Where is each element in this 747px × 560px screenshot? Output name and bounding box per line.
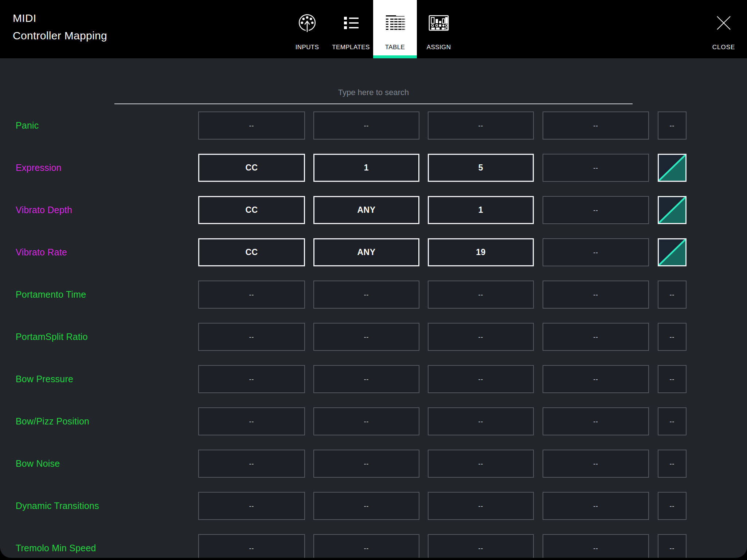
mapping-cell[interactable]: -- <box>313 111 419 140</box>
mapping-cell[interactable]: -- <box>428 365 534 393</box>
mapping-cell[interactable]: -- <box>428 323 534 351</box>
cell-value: CC <box>245 205 258 215</box>
row-label: Vibrato Depth <box>16 196 72 224</box>
cell-value: -- <box>478 418 483 425</box>
row-label: Vibrato Rate <box>16 238 67 266</box>
mapping-cell[interactable]: -- <box>198 281 305 309</box>
cell-value: -- <box>364 460 369 467</box>
mapping-cell[interactable]: -- <box>428 492 534 520</box>
cell-value: -- <box>249 376 254 383</box>
mapping-cell[interactable]: -- <box>658 492 687 520</box>
mapping-cell[interactable]: -- <box>658 407 687 435</box>
tab-assign[interactable]: ASSIGN <box>417 0 461 58</box>
mapping-cell[interactable]: -- <box>658 450 687 478</box>
mapping-cell[interactable]: -- <box>658 111 687 140</box>
mapping-cell[interactable]: -- <box>198 323 305 351</box>
tab-label: TABLE <box>373 44 417 51</box>
mapping-cell[interactable]: -- <box>313 534 419 558</box>
mapping-cell[interactable]: CC <box>198 196 305 224</box>
close-button[interactable]: CLOSE <box>708 0 739 58</box>
mapping-cell[interactable]: CC <box>198 154 305 182</box>
response-curve-cell[interactable] <box>658 154 687 182</box>
mapping-cell[interactable]: -- <box>543 450 649 478</box>
mapping-cell[interactable]: -- <box>198 407 305 435</box>
mapping-cell[interactable]: -- <box>658 534 687 558</box>
header-bar: MIDI Controller Mapping INPUTS <box>0 0 747 58</box>
mapping-cell[interactable]: -- <box>543 365 649 393</box>
mapping-cell[interactable]: -- <box>543 196 649 224</box>
row-label: Panic <box>16 111 39 140</box>
mapping-cell[interactable]: -- <box>543 238 649 266</box>
mapping-cell[interactable]: -- <box>658 281 687 309</box>
mapping-cell[interactable]: 19 <box>428 238 534 266</box>
mapping-cell[interactable]: -- <box>658 365 687 393</box>
cell-value: -- <box>670 291 674 298</box>
response-curve-icon <box>659 239 685 265</box>
mapping-cell[interactable]: -- <box>428 281 534 309</box>
cell-value: -- <box>249 502 254 510</box>
cell-value: -- <box>593 545 598 552</box>
response-curve-cell[interactable] <box>658 196 687 224</box>
cell-value: -- <box>593 376 598 383</box>
cell-value: 1 <box>478 205 483 215</box>
cell-value: -- <box>249 418 254 425</box>
mapping-cell[interactable]: -- <box>313 407 419 435</box>
mapping-cell[interactable]: 1 <box>313 154 419 182</box>
mapping-cell[interactable]: -- <box>543 534 649 558</box>
mapping-cell[interactable]: -- <box>543 154 649 182</box>
mapping-cell[interactable]: -- <box>543 492 649 520</box>
mapping-cell[interactable]: -- <box>313 450 419 478</box>
cell-value: -- <box>364 122 369 129</box>
mapping-cell[interactable]: -- <box>313 492 419 520</box>
tab-inputs[interactable]: INPUTS <box>285 0 329 58</box>
search-input[interactable] <box>114 82 633 104</box>
cell-value: -- <box>364 376 369 383</box>
mapping-cell[interactable]: -- <box>543 323 649 351</box>
mapping-cell[interactable]: -- <box>198 365 305 393</box>
cell-value: -- <box>364 291 369 298</box>
mapping-cell[interactable]: -- <box>543 281 649 309</box>
mapping-cell[interactable]: -- <box>428 450 534 478</box>
mapping-cell[interactable]: -- <box>658 323 687 351</box>
row-label: Bow/Pizz Position <box>16 407 89 435</box>
tab-templates[interactable]: TEMPLATES <box>329 0 373 58</box>
mapping-cell[interactable]: -- <box>198 111 305 140</box>
mapping-cell[interactable]: -- <box>313 281 419 309</box>
mapping-cell[interactable]: 1 <box>428 196 534 224</box>
mapping-cell[interactable]: 5 <box>428 154 534 182</box>
mapping-cell[interactable]: -- <box>428 534 534 558</box>
row-label: Portamento Time <box>16 281 86 309</box>
cell-value: -- <box>670 122 674 129</box>
table-row: Dynamic Transitions ---------- <box>0 492 747 520</box>
row-label: Bow Noise <box>16 450 60 478</box>
cell-value: -- <box>593 460 598 467</box>
cell-value: -- <box>364 502 369 510</box>
mapping-cell[interactable]: -- <box>543 111 649 140</box>
mapping-cell[interactable]: ANY <box>313 196 419 224</box>
mapping-cell[interactable]: -- <box>198 450 305 478</box>
mapping-cell[interactable]: -- <box>198 492 305 520</box>
tab-table[interactable]: TABLE <box>373 0 417 58</box>
mapping-cell[interactable]: -- <box>198 534 305 558</box>
table-row: Bow/Pizz Position ---------- <box>0 407 747 435</box>
mapping-cell[interactable]: -- <box>313 365 419 393</box>
mapping-cell[interactable]: -- <box>543 407 649 435</box>
response-curve-cell[interactable] <box>658 238 687 266</box>
cell-value: -- <box>593 207 598 214</box>
cell-value: CC <box>245 163 258 173</box>
cell-value: -- <box>364 333 369 341</box>
table-row: Vibrato Depth CCANY1-- <box>0 196 747 224</box>
cell-value: -- <box>249 291 254 298</box>
cell-value: 19 <box>476 247 486 257</box>
mapping-cell[interactable]: -- <box>428 407 534 435</box>
mapping-cell[interactable]: CC <box>198 238 305 266</box>
cell-value: -- <box>593 502 598 510</box>
mapping-cell[interactable]: ANY <box>313 238 419 266</box>
cell-value: -- <box>670 460 674 467</box>
table-row: Bow Pressure ---------- <box>0 365 747 393</box>
cell-value: -- <box>478 291 483 298</box>
mapping-cell[interactable]: -- <box>313 323 419 351</box>
page-title: MIDI Controller Mapping <box>13 9 107 44</box>
mapping-cell[interactable]: -- <box>428 111 534 140</box>
table-row: Vibrato Rate CCANY19-- <box>0 238 747 266</box>
